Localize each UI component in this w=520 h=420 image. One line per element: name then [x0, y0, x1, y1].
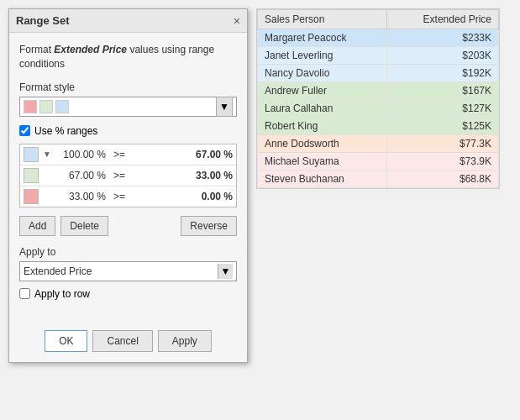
table-row: Nancy Davolio$192K [258, 65, 499, 82]
apply-to-select[interactable]: Extended Price ▼ [19, 261, 237, 281]
use-pct-label[interactable]: Use % ranges [34, 125, 97, 137]
range-row: 67.00 %>=33.00 % [20, 165, 236, 186]
range-operator: >= [109, 170, 129, 181]
range-table-wrapper: ▼100.00 %>=67.00 %67.00 %>=33.00 %33.00 … [19, 144, 237, 207]
table-cell-name: Anne Dodsworth [258, 135, 387, 153]
dialog-body: Format Extended Price values using range… [9, 33, 247, 323]
close-button[interactable]: × [234, 15, 240, 27]
add-button[interactable]: Add [19, 216, 55, 236]
table-cell-name: Laura Callahan [258, 100, 387, 118]
range-rows-container: ▼100.00 %>=67.00 %67.00 %>=33.00 %33.00 … [20, 144, 236, 207]
range-operator: >= [109, 191, 129, 202]
dialog-title-bar: Range Set × [9, 9, 247, 33]
apply-to-label: Apply to [19, 246, 237, 258]
description: Format Extended Price values using range… [19, 43, 237, 71]
apply-to-value: Extended Price [24, 265, 218, 277]
delete-button[interactable]: Delete [60, 216, 108, 236]
table-cell-name: Robert King [258, 118, 387, 135]
table-row: Margaret Peacock$233K [258, 29, 499, 47]
table-cell-name: Margaret Peacock [258, 29, 387, 47]
table-cell-value: $77.3K [387, 135, 499, 153]
data-panel: Sales Person Extended Price Margaret Pea… [256, 8, 500, 189]
table-cell-name: Janet Leverling [258, 47, 387, 65]
apply-row-check-row: Apply to row [19, 288, 237, 300]
range-btn-row: Add Delete Reverse [19, 216, 237, 236]
cancel-button[interactable]: Cancel [92, 330, 152, 352]
range-right-pct: 33.00 % [196, 170, 233, 181]
color-box-3 [55, 100, 69, 113]
color-box-2 [39, 100, 53, 113]
table-row: Michael Suyama$73.9K [258, 153, 499, 171]
range-color-box [24, 168, 39, 183]
range-set-dialog: Range Set × Format Extended Price values… [8, 8, 248, 363]
table-row: Laura Callahan$127K [258, 100, 499, 118]
apply-row-label[interactable]: Apply to row [34, 288, 90, 300]
dialog-title: Range Set [16, 14, 70, 27]
range-row: 33.00 %>=0.00 % [20, 186, 236, 207]
range-left-pct: 100.00 % [55, 149, 106, 160]
table-cell-value: $167K [387, 82, 499, 100]
ok-button[interactable]: OK [45, 330, 87, 352]
range-color-box [24, 147, 39, 162]
reverse-button[interactable]: Reverse [181, 216, 237, 236]
use-pct-row: Use % ranges [19, 125, 237, 137]
range-row: ▼100.00 %>=67.00 % [20, 144, 236, 165]
table-cell-name: Andrew Fuller [258, 82, 387, 100]
range-right-pct: 0.00 % [202, 191, 233, 202]
range-expand-arrow[interactable]: ▼ [42, 150, 52, 159]
header-sales-person: Sales Person [258, 10, 387, 29]
range-operator: >= [109, 149, 129, 160]
apply-to-dropdown-arrow[interactable]: ▼ [218, 264, 233, 279]
range-left-pct: 67.00 % [55, 170, 106, 181]
table-cell-name: Steven Buchanan [258, 171, 387, 188]
format-style-dropdown-arrow[interactable]: ▼ [216, 97, 233, 117]
format-style-row: ▼ [19, 97, 237, 117]
format-style-label: Format style [19, 81, 237, 93]
table-cell-value: $192K [387, 65, 499, 82]
use-pct-checkbox[interactable] [19, 125, 30, 136]
dialog-footer: OK Cancel Apply [9, 323, 247, 362]
table-cell-value: $127K [387, 100, 499, 118]
header-row: Sales Person Extended Price [258, 10, 499, 29]
table-cell-value: $125K [387, 118, 499, 135]
table-body: Margaret Peacock$233KJanet Leverling$203… [258, 29, 499, 188]
apply-button[interactable]: Apply [158, 330, 212, 352]
table-cell-name: Michael Suyama [258, 153, 387, 171]
table-cell-value: $233K [387, 29, 499, 47]
table-header: Sales Person Extended Price [258, 10, 499, 29]
table-cell-value: $73.9K [387, 153, 499, 171]
table-row: Steven Buchanan$68.8K [258, 171, 499, 188]
table-cell-value: $203K [387, 47, 499, 65]
table-row: Andrew Fuller$167K [258, 82, 499, 100]
header-extended-price: Extended Price [387, 10, 499, 29]
range-left-pct: 33.00 % [55, 191, 106, 202]
data-table: Sales Person Extended Price Margaret Pea… [257, 9, 499, 188]
format-style-select[interactable]: ▼ [19, 97, 237, 117]
color-box-1 [24, 100, 37, 113]
table-row: Anne Dodsworth$77.3K [258, 135, 499, 153]
apply-row-checkbox[interactable] [19, 288, 30, 299]
table-cell-value: $68.8K [387, 171, 499, 188]
table-cell-name: Nancy Davolio [258, 65, 387, 82]
table-row: Janet Leverling$203K [258, 47, 499, 65]
range-right-pct: 67.00 % [196, 149, 233, 160]
table-row: Robert King$125K [258, 118, 499, 135]
range-color-box [24, 189, 39, 204]
